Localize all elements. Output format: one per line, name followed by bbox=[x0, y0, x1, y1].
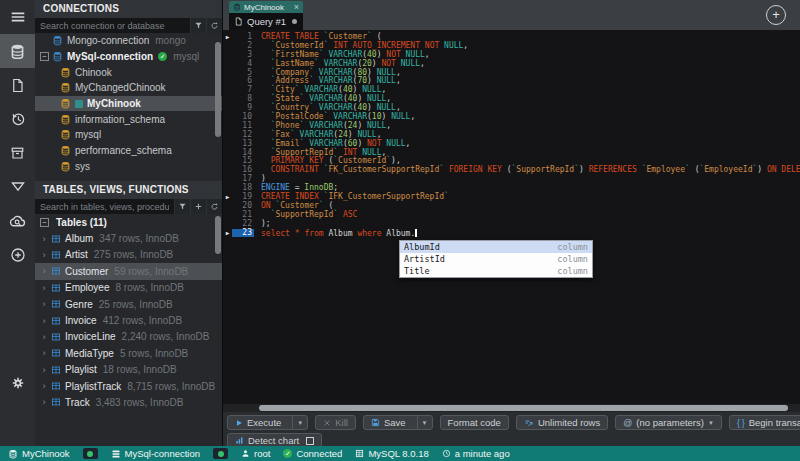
code-line[interactable]: 21 `SupportRepId` ASC bbox=[223, 211, 800, 220]
table-row[interactable]: ›Genre25 rows, InnoDB bbox=[35, 296, 222, 312]
item-label: sys bbox=[75, 161, 90, 172]
collapse-icon[interactable]: − bbox=[40, 218, 49, 227]
execute-button[interactable]: Execute ▼ bbox=[227, 415, 308, 430]
table-row[interactable]: ›Invoice412 rows, InnoDB bbox=[35, 312, 222, 328]
code-line[interactable]: ▶23select * from Album where Album. bbox=[223, 229, 800, 238]
database-icon bbox=[60, 98, 71, 109]
chevron-right-icon[interactable]: › bbox=[40, 365, 48, 375]
archive-icon[interactable] bbox=[0, 136, 35, 170]
table-row[interactable]: ›Playlist18 rows, InnoDB bbox=[35, 362, 222, 378]
schema-item[interactable]: sys bbox=[35, 159, 222, 175]
table-row[interactable]: ›MediaType5 rows, InnoDB bbox=[35, 345, 222, 361]
gutter-space bbox=[223, 113, 232, 122]
connections-scrollbar[interactable] bbox=[215, 42, 221, 137]
schema-item[interactable]: information_schema bbox=[35, 111, 222, 127]
code-line[interactable]: 22); bbox=[223, 220, 800, 229]
table-row[interactable]: ›Employee8 rows, InnoDB bbox=[35, 280, 222, 296]
braces-icon: { } bbox=[737, 418, 745, 428]
autocomplete-item[interactable]: Titlecolumn bbox=[400, 265, 592, 277]
item-label: MySql-connection bbox=[67, 51, 153, 62]
schema-item[interactable]: MyChangedChinook bbox=[35, 80, 222, 96]
table-row[interactable]: ›Artist275 rows, InnoDB bbox=[35, 247, 222, 263]
begin-transaction-button[interactable]: { }Begin transaction bbox=[729, 415, 800, 430]
chevron-right-icon[interactable]: › bbox=[40, 266, 48, 276]
expander-icon bbox=[40, 162, 49, 171]
table-name: PlaylistTrack bbox=[65, 381, 121, 392]
chevron-right-icon[interactable]: › bbox=[40, 348, 48, 358]
statusbar-user: root bbox=[241, 448, 270, 459]
table-icon bbox=[51, 234, 61, 244]
statusbar-connection[interactable]: MySql-connection bbox=[111, 448, 201, 459]
funnel-icon[interactable] bbox=[0, 170, 35, 204]
schema-item[interactable]: Chinook bbox=[35, 64, 222, 80]
format-code-button[interactable]: Format code bbox=[440, 415, 509, 430]
connections-header: CONNECTIONS bbox=[35, 0, 222, 18]
tables-group-row[interactable]: − Tables (11) bbox=[35, 214, 222, 230]
item-label: MyChangedChinook bbox=[75, 82, 166, 93]
history-icon[interactable] bbox=[0, 102, 35, 136]
autocomplete-item[interactable]: ArtistIdcolumn bbox=[400, 253, 592, 265]
chevron-right-icon[interactable]: › bbox=[40, 283, 48, 293]
chevron-right-icon[interactable]: › bbox=[40, 397, 48, 407]
expander-icon[interactable]: − bbox=[40, 52, 49, 61]
tab-query-1[interactable]: MyChinook × Query #1 bbox=[229, 1, 303, 30]
connection-item[interactable]: −MySql-connection✓mysql bbox=[35, 49, 222, 65]
table-icon bbox=[51, 299, 61, 309]
connections-search-input[interactable] bbox=[35, 18, 190, 33]
gutter-space bbox=[223, 77, 232, 86]
table-row[interactable]: ›PlaylistTrack8,715 rows, InnoDB bbox=[35, 378, 222, 394]
statement-marker-icon: ▶ bbox=[223, 193, 232, 202]
chevron-right-icon[interactable]: › bbox=[40, 234, 48, 244]
add-icon[interactable] bbox=[190, 199, 206, 214]
gear-icon[interactable] bbox=[0, 366, 35, 400]
database-icon[interactable] bbox=[0, 34, 35, 68]
execute-dropdown[interactable]: ▼ bbox=[292, 416, 307, 429]
autocomplete-item[interactable]: AlbumIdcolumn bbox=[400, 241, 592, 253]
schema-item[interactable]: mysql bbox=[35, 127, 222, 143]
new-tab-button[interactable]: + bbox=[766, 5, 786, 25]
line-number: 23 bbox=[232, 229, 254, 238]
table-row[interactable]: ›InvoiceLine2,240 rows, InnoDB bbox=[35, 329, 222, 345]
file-icon[interactable] bbox=[0, 68, 35, 102]
table-row[interactable]: ›Customer59 rows, InnoDB bbox=[35, 263, 222, 279]
row-limit-button[interactable]: Unlimited rows bbox=[516, 415, 608, 430]
tables-scrollbar[interactable] bbox=[215, 216, 221, 254]
save-dropdown[interactable]: ▼ bbox=[417, 416, 432, 429]
schema-item[interactable]: MyChinook bbox=[35, 96, 222, 112]
refresh-icon[interactable] bbox=[206, 18, 222, 33]
scrollbar-thumb[interactable] bbox=[259, 405, 788, 411]
statusbar-database[interactable]: MyChinook bbox=[8, 448, 70, 459]
database-icon bbox=[60, 82, 71, 93]
filter-icon[interactable] bbox=[174, 199, 190, 214]
close-icon[interactable]: × bbox=[294, 3, 299, 12]
tables-search-input[interactable] bbox=[35, 199, 174, 214]
chevron-right-icon[interactable]: › bbox=[40, 381, 48, 391]
table-icon bbox=[51, 266, 61, 276]
code-area[interactable]: ▶1CREATE TABLE `Customer` (2 `CustomerId… bbox=[223, 30, 800, 404]
code-line[interactable]: 16 CONSTRAINT `FK_CustomerSupportRepId` … bbox=[223, 166, 800, 175]
chevron-right-icon[interactable]: › bbox=[40, 332, 48, 342]
add-circle-icon[interactable] bbox=[0, 238, 35, 272]
chevron-right-icon[interactable]: › bbox=[40, 250, 48, 260]
schema-item[interactable]: performance_schema bbox=[35, 143, 222, 159]
tab-body[interactable]: Query #1 bbox=[229, 13, 303, 30]
at-icon: @ bbox=[623, 418, 632, 428]
table-row[interactable]: ›Track3,483 rows, InnoDB bbox=[35, 394, 222, 410]
save-button[interactable]: Save ▼ bbox=[363, 415, 433, 430]
refresh-icon[interactable] bbox=[206, 199, 222, 214]
connection-item[interactable]: Mongo-connectionmongo bbox=[35, 33, 222, 49]
filter-icon[interactable] bbox=[190, 18, 206, 33]
check-circle-icon: ✓ bbox=[283, 449, 292, 458]
green-dot-icon bbox=[87, 451, 93, 457]
query-editor: MyChinook × Query #1 + ▶1CREATE TABLE `C… bbox=[222, 0, 800, 446]
code-text: ); bbox=[254, 220, 271, 229]
cloud-search-icon[interactable] bbox=[0, 204, 35, 238]
database-icon bbox=[60, 161, 71, 172]
detect-chart-checkbox[interactable] bbox=[306, 437, 314, 445]
parameters-button[interactable]: @(no parameters)▼ bbox=[615, 415, 722, 430]
chevron-right-icon[interactable]: › bbox=[40, 299, 48, 309]
table-row[interactable]: ›Album347 rows, InnoDB bbox=[35, 230, 222, 246]
chevron-right-icon[interactable]: › bbox=[40, 316, 48, 326]
status-bar: MyChinook MySql-connection root ✓ Connec… bbox=[0, 446, 800, 461]
menu-icon[interactable] bbox=[0, 0, 35, 34]
